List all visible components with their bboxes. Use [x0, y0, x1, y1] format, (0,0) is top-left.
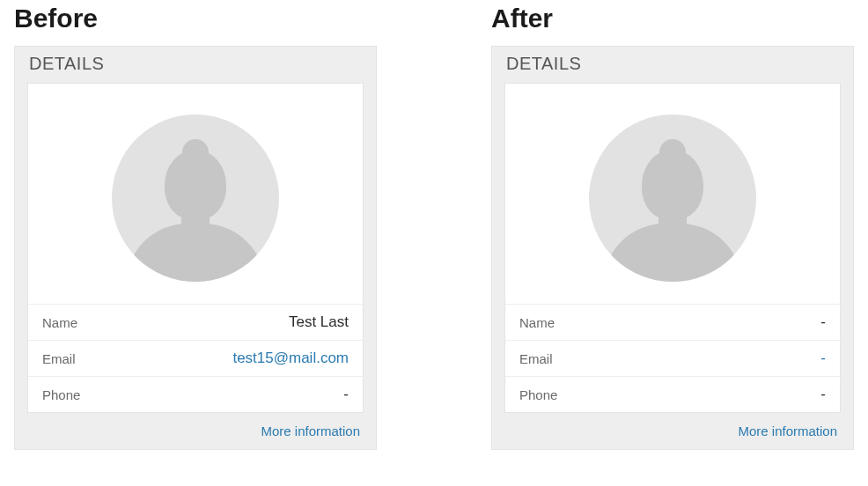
phone-label: Phone: [42, 387, 80, 402]
phone-value: -: [343, 386, 349, 403]
avatar-placeholder-icon: [112, 114, 279, 282]
phone-value: -: [820, 386, 826, 403]
email-label: Email: [519, 351, 553, 366]
more-information-link[interactable]: More information: [504, 413, 841, 440]
name-value: -: [820, 313, 826, 331]
name-label: Name: [519, 315, 555, 330]
avatar-placeholder-icon: [589, 114, 756, 282]
name-value: Test Last: [289, 313, 349, 331]
before-card-body: Name Test Last Email test15@mail.com Pho…: [27, 83, 364, 413]
email-label: Email: [42, 351, 76, 366]
more-information-link[interactable]: More information: [27, 413, 364, 440]
after-heading: After: [491, 4, 854, 33]
table-row: Email test15@mail.com: [28, 340, 363, 376]
table-row: Name Test Last: [28, 304, 363, 340]
after-rows: Name - Email - Phone -: [505, 304, 840, 412]
after-avatar: [505, 92, 840, 304]
phone-label: Phone: [519, 387, 557, 402]
table-row: Email -: [505, 340, 840, 376]
email-value[interactable]: -: [820, 350, 826, 367]
before-details-card: DETAILS Name Test Last: [14, 46, 377, 450]
table-row: Phone -: [28, 376, 363, 412]
before-card-title: DETAILS: [27, 47, 364, 83]
after-column: After DETAILS Name -: [491, 0, 854, 450]
before-heading: Before: [14, 4, 377, 33]
before-avatar: [28, 92, 363, 304]
after-card-body: Name - Email - Phone -: [504, 83, 841, 413]
name-label: Name: [42, 315, 77, 330]
before-column: Before DETAILS Name Test Last: [14, 0, 377, 450]
after-card-title: DETAILS: [504, 47, 841, 83]
after-details-card: DETAILS Name - Email: [491, 46, 854, 450]
email-value[interactable]: test15@mail.com: [232, 350, 349, 367]
table-row: Phone -: [505, 376, 840, 412]
table-row: Name -: [505, 304, 840, 340]
before-rows: Name Test Last Email test15@mail.com Pho…: [28, 304, 363, 412]
